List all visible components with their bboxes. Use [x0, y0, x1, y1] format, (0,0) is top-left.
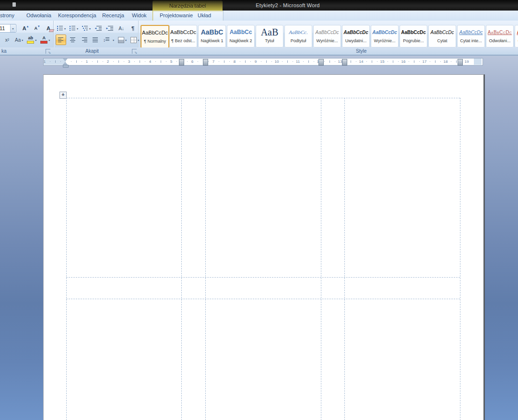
font-size-combo[interactable]: 11▾ [0, 24, 16, 33]
show-formatting-marks-button[interactable]: ¶ [128, 23, 138, 34]
style-chip-wyróżnie-[interactable]: AaBbCcDcWyróżnie... [371, 25, 399, 47]
ruler-number: 15 [380, 59, 385, 65]
style-chip-odwołani-[interactable]: AaBbCcDcOdwołani... [515, 25, 518, 47]
tab-strony[interactable]: strony [0, 11, 17, 21]
style-chip--normalny[interactable]: AaBbCcDc¶ Normalny [141, 25, 169, 48]
align-left-button[interactable] [56, 35, 66, 45]
ribbon: 11▾A▴A▾A x²Aa▾ab▾A▾ ▾▾▾◂▸A↓¶ ↕▾▾▾ AaBbCc… [0, 21, 518, 47]
tab-korespondencja[interactable]: Korespondencja [56, 11, 99, 21]
bullet-list-button[interactable]: ▾ [56, 23, 67, 34]
table-move-handle-icon[interactable]: + [59, 92, 67, 99]
ruler-tick [324, 61, 325, 62]
dropdown-icon[interactable]: ▾ [113, 38, 114, 42]
quick-access-toolbar-icon[interactable] [12, 2, 16, 7]
font-dialog-launcher-icon[interactable] [46, 49, 50, 54]
ruler-tick [97, 60, 98, 63]
style-sample-text: AaBbCcDc [515, 25, 518, 38]
ruler-number: 1 [86, 59, 88, 65]
document-area: 123456789101112131415161718191 + [0, 56, 518, 420]
ruler-tick [366, 61, 367, 62]
style-sample-text: AaBbC [199, 25, 225, 38]
style-chip-nagłówek-1[interactable]: AaBbCNagłówek 1 [198, 25, 226, 47]
line-spacing-button[interactable]: ↕▾ [102, 35, 116, 45]
tab-recenzja[interactable]: Recenzja [100, 11, 127, 21]
style-chip-cytat[interactable]: AaBbCcDcCytat [428, 25, 456, 47]
horizontal-ruler[interactable]: 123456789101112131415161718191 [43, 58, 483, 66]
style-chip-wyróżnie-[interactable]: AaBbCcDcWyróżnie... [313, 25, 341, 47]
ruler-table-column-marker[interactable] [458, 59, 463, 66]
page[interactable]: + [43, 74, 485, 420]
ruler-table-column-marker[interactable] [203, 59, 208, 66]
window-title: Etykiety2 - Microsoft Word [58, 0, 518, 11]
style-sample-text: AaBbCcDc [429, 25, 456, 38]
left-indent-marker[interactable] [63, 65, 69, 68]
ruler-number: 17 [423, 59, 427, 65]
ruler-tick [134, 61, 135, 62]
ruler-tick [219, 61, 219, 62]
ruler-tick [414, 60, 414, 63]
align-right-button[interactable] [79, 35, 89, 45]
ruler-tick [208, 61, 209, 62]
first-line-indent-marker[interactable] [63, 58, 68, 61]
ribbon-group-paragraph: ▾▾▾◂▸A↓¶ ↕▾▾▾ [54, 21, 139, 47]
ruler-tick [50, 61, 50, 62]
increase-indent-button[interactable]: ▸ [105, 23, 115, 34]
dropdown-icon[interactable]: ▾ [125, 38, 127, 42]
style-chip-cytat-inte-[interactable]: AaBbCcDcCytat inte... [457, 25, 485, 47]
clear-formatting-button[interactable]: A [43, 23, 54, 34]
style-chip-label: Wyróżnie... [371, 38, 398, 44]
style-chip-uwydatni-[interactable]: AaBbCcDcUwydatni... [342, 25, 370, 47]
style-chip-label: Podtytuł [285, 38, 312, 44]
decrease-indent-button[interactable]: ◂ [93, 23, 104, 34]
font-color-button[interactable]: A▾ [39, 35, 51, 45]
shrink-font-button[interactable]: A▾ [32, 23, 42, 34]
dropdown-icon[interactable]: ▾ [48, 38, 50, 42]
style-chip-podtytuł[interactable]: AaBbCc.Podtytuł [284, 25, 312, 47]
dropdown-icon[interactable]: ▾ [22, 38, 23, 42]
ruler-table-column-marker[interactable] [179, 59, 184, 66]
style-chip-nagłówek-2[interactable]: AaBbCcNagłówek 2 [227, 25, 255, 47]
numbered-list-button[interactable]: ▾ [68, 23, 80, 34]
ruler-tick [250, 61, 251, 62]
tab-widok[interactable]: Widok [130, 11, 149, 21]
ruler-tick [113, 61, 114, 62]
tab-odwo-ania[interactable]: Odwołania [24, 11, 54, 21]
ruler-tick [430, 61, 430, 62]
dropdown-icon[interactable]: ▾ [77, 27, 78, 30]
change-case-button[interactable]: Aa▾ [13, 35, 24, 45]
paragraph-dialog-launcher-icon[interactable] [132, 49, 137, 54]
shading-button[interactable]: ▾ [117, 35, 128, 45]
justify-button[interactable] [90, 35, 101, 45]
sort-button[interactable]: A↓ [116, 23, 127, 34]
ruler-tick [71, 61, 71, 62]
style-sample-text: AaBbCcDc [486, 25, 513, 38]
dropdown-icon[interactable]: ▾ [89, 27, 91, 30]
font-size-combo[interactable]: 11▾ [0, 23, 19, 33]
superscript-button[interactable]: x² [2, 35, 12, 45]
multilevel-list-button[interactable]: ▾ [81, 23, 92, 34]
paragraph-group-label: Akapit [54, 47, 130, 55]
table-column-border [205, 98, 206, 420]
dropdown-icon[interactable]: ▾ [64, 27, 66, 30]
table-column-border [181, 98, 182, 420]
ruler-tick [308, 60, 309, 63]
style-chip-label: Odwołani... [515, 38, 518, 44]
style-chip-tytuł[interactable]: AaBTytuł [256, 25, 283, 47]
grow-font-button[interactable]: A▴ [20, 23, 31, 34]
ruler-tick [155, 61, 156, 62]
combo-dropdown-icon[interactable]: ▾ [10, 24, 15, 32]
style-chip-odwołani-[interactable]: AaBbCcDcOdwołani... [486, 25, 514, 47]
text-highlight-color-button[interactable]: ab▾ [25, 35, 38, 45]
style-chip--bez-odst-[interactable]: AaBbCcDc¶ Bez odst... [169, 25, 197, 47]
dropdown-icon[interactable]: ▾ [35, 38, 36, 42]
tab-uk-ad[interactable]: Układ [195, 11, 213, 21]
ruler-tick [103, 61, 103, 62]
ruler-table-column-marker[interactable] [342, 59, 347, 66]
tab-projektowanie[interactable]: Projektowanie [157, 11, 195, 21]
align-center-button[interactable] [67, 35, 78, 45]
table-column-border [460, 98, 460, 420]
ruler-table-column-marker[interactable] [318, 59, 324, 66]
style-chip-pogrubie-[interactable]: AaBbCcDcPogrubie... [400, 25, 427, 47]
ruler-tick [140, 60, 140, 63]
ruler-tick [351, 60, 351, 63]
